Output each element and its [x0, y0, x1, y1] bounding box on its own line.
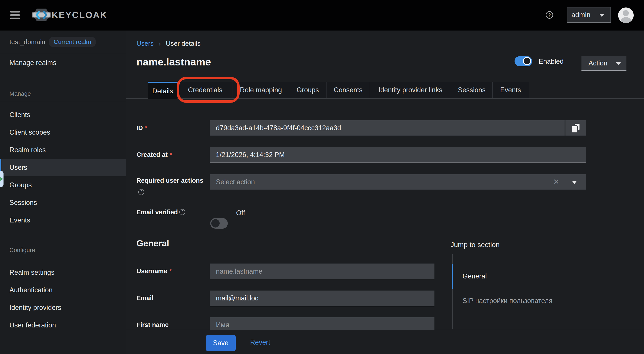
breadcrumb: Users › User details: [136, 39, 200, 48]
tab-consents[interactable]: Consents: [326, 82, 370, 98]
enabled-toggle[interactable]: [514, 56, 532, 66]
realm-name: test_domain: [10, 38, 45, 46]
realm-switcher[interactable]: test_domain Current realm: [0, 31, 126, 53]
sidebar-item-users[interactable]: Users: [0, 159, 126, 176]
sidebar-section-configure: Configure: [10, 247, 35, 254]
sidebar-item-user-federation[interactable]: User federation: [0, 316, 126, 334]
tab-credentials[interactable]: Credentials: [178, 82, 232, 98]
keycloak-logo-icon: [32, 8, 51, 22]
tab-sessions[interactable]: Sessions: [451, 82, 492, 98]
sidebar-item-client-scopes[interactable]: Client scopes: [0, 124, 126, 141]
created-at-label: Created at*: [136, 151, 172, 158]
page-title: name.lastname: [136, 56, 211, 68]
footer-action-bar: Save Revert: [126, 330, 644, 354]
tabbar-bottom-border: [126, 98, 644, 99]
sidebar-drag-handle[interactable]: [0, 171, 4, 187]
chevron-down-icon: [616, 62, 621, 65]
sidebar: test_domain Current realm Manage realms …: [0, 31, 126, 354]
chevron-down-icon: [572, 181, 577, 184]
copy-button[interactable]: [566, 120, 586, 136]
enabled-label: Enabled: [539, 58, 564, 66]
toggle-knob: [211, 219, 220, 227]
action-dropdown[interactable]: Action: [582, 56, 626, 71]
general-section-heading: General: [136, 238, 169, 248]
sidebar-item-identity-providers[interactable]: Identity providers: [0, 299, 126, 316]
sidebar-section-manage: Manage: [10, 91, 31, 97]
sidebar-item-realm-roles[interactable]: Realm roles: [0, 141, 126, 159]
masthead: KEYCLOAK ? admin: [0, 0, 644, 31]
id-label: ID*: [136, 124, 148, 132]
select-placeholder: Select action: [216, 178, 255, 186]
user-menu-label: admin: [571, 11, 590, 19]
breadcrumb-link-users[interactable]: Users: [136, 40, 154, 47]
help-icon[interactable]: ?: [179, 209, 185, 215]
hamburger-icon: [10, 14, 20, 16]
email-verified-state: Off: [236, 209, 245, 217]
tab-events[interactable]: Events: [492, 82, 528, 98]
username-input[interactable]: [210, 263, 434, 279]
jump-item-sip-settings[interactable]: SIP настройки пользователя: [462, 297, 552, 305]
menu-toggle-button[interactable]: [9, 9, 22, 21]
avatar[interactable]: [618, 8, 634, 23]
copy-icon: [572, 124, 580, 132]
toggle-knob: [523, 57, 531, 65]
divider: [0, 102, 126, 102]
sidebar-item-manage-realms[interactable]: Manage realms: [0, 54, 126, 72]
person-icon: [623, 10, 629, 16]
sidebar-item-groups[interactable]: Groups: [0, 176, 126, 194]
required-asterisk: *: [170, 152, 172, 158]
user-menu-dropdown[interactable]: admin: [567, 7, 611, 23]
first-name-label: First name: [136, 321, 169, 328]
username-label: Username*: [136, 267, 172, 275]
tab-details[interactable]: Details: [148, 82, 178, 99]
email-label: Email: [136, 294, 154, 302]
chevron-right-icon: ›: [158, 39, 161, 48]
hamburger-icon: [10, 11, 20, 13]
email-verified-toggle[interactable]: [210, 218, 228, 229]
tab-groups[interactable]: Groups: [289, 82, 326, 98]
required-asterisk: *: [170, 268, 172, 274]
save-button[interactable]: Save: [206, 335, 236, 351]
jump-active-indicator: [452, 264, 453, 289]
sidebar-item-realm-settings[interactable]: Realm settings: [0, 264, 126, 281]
breadcrumb-current: User details: [166, 40, 200, 47]
brand-text: KEYCLOAK: [52, 10, 107, 20]
required-asterisk: *: [145, 125, 148, 131]
tab-role-mapping[interactable]: Role mapping: [232, 82, 289, 98]
current-realm-badge: Current realm: [49, 37, 96, 47]
chevron-down-icon: [600, 14, 604, 17]
help-icon[interactable]: ?: [138, 189, 144, 195]
tab-identity-provider-links[interactable]: Identity provider links: [370, 82, 451, 98]
play-icon: [0, 177, 3, 181]
clear-icon[interactable]: ✕: [553, 177, 559, 186]
action-dropdown-label: Action: [588, 59, 607, 67]
required-user-actions-label: Required user actions: [136, 177, 204, 184]
jump-to-section-title: Jump to section: [450, 241, 500, 249]
hamburger-icon: [10, 18, 20, 19]
divider: [0, 262, 126, 262]
email-verified-label: Email verified: [136, 209, 178, 216]
email-input[interactable]: [210, 290, 434, 306]
help-icon[interactable]: ?: [546, 11, 553, 19]
required-user-actions-select[interactable]: Select action ✕: [210, 174, 586, 190]
sidebar-item-sessions[interactable]: Sessions: [0, 194, 126, 211]
sidebar-item-clients[interactable]: Clients: [0, 106, 126, 124]
created-at-input[interactable]: [210, 147, 586, 163]
revert-link[interactable]: Revert: [250, 338, 270, 346]
jump-item-general[interactable]: General: [462, 272, 487, 280]
keycloak-logo[interactable]: KEYCLOAK: [32, 8, 107, 22]
id-input[interactable]: [210, 120, 564, 136]
sidebar-item-events[interactable]: Events: [0, 211, 126, 229]
sidebar-item-authentication[interactable]: Authentication: [0, 281, 126, 299]
